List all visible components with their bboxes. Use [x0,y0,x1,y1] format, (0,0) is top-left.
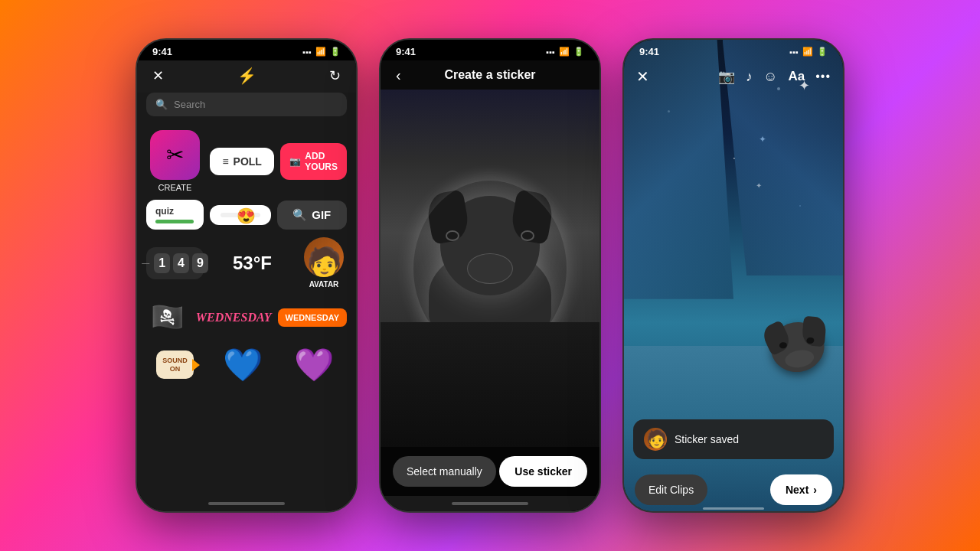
create-sticker[interactable]: ✂ CREATE [146,130,204,192]
sticker-row-3: — 1 4 9 53°F 🧑 AVATAR [146,237,347,289]
music-tool-icon[interactable]: ♪ [746,69,753,85]
create-label: CREATE [158,183,192,192]
sparkle3: ✦ [756,181,762,190]
status-icons-2: ▪▪▪ 📶 🔋 [546,47,584,57]
quiz-sticker[interactable]: quiz [146,200,204,230]
sticker-row-5: SOUNDON 💙 💜 [146,346,347,383]
phone3-controls: ✕ 📷 ♪ ☺ Aa ••• [624,61,843,92]
wifi-icon: 📶 [315,47,326,57]
counter-digit-2: 4 [173,253,189,273]
sticker-grid: ✂ CREATE ≡ POLL 📷 ADD YOURS [137,124,356,496]
wednesday-orange-sticker[interactable]: WEDNESDAY [278,308,348,327]
background: 9:41 ▪▪▪ 📶 🔋 ✕ ⚡ ↻ 🔍 Search [0,0,980,551]
sticker-dog [758,312,837,384]
close-icon[interactable]: ✕ [152,67,164,84]
sticker-saved-notification: 🧑 Sticker saved [633,419,834,459]
soundon-inner: SOUNDON [156,350,194,380]
quiz-bar [155,220,194,223]
dog-area [381,90,599,447]
purple-heart-sticker[interactable]: 💜 [282,346,348,383]
dog-sticker-overlay [758,312,837,384]
dog-eye-left [446,230,459,241]
status-bar-1: 9:41 ▪▪▪ 📶 🔋 [137,40,356,60]
slider-track: 😍 [220,213,260,217]
search-bar[interactable]: 🔍 Search [146,93,347,116]
sticker-row-4: 🏴‍☠️ WEDNESDAY WEDNESDAY [146,296,347,338]
phone1: 9:41 ▪▪▪ 📶 🔋 ✕ ⚡ ↻ 🔍 Search [136,38,358,513]
select-manually-button[interactable]: Select manually [393,456,496,487]
camera-tool-icon[interactable]: 📷 [718,68,735,85]
sticker-row-2: quiz 😍 🔍 GIF [146,200,347,230]
search-placeholder: Search [174,99,205,110]
status-bar-2: 9:41 ▪▪▪ 📶 🔋 [381,40,599,60]
use-sticker-button[interactable]: Use sticker [499,456,587,487]
status-time-3: 9:41 [639,46,659,57]
dog-photo-container [381,90,599,447]
counter-digit-3: 9 [192,253,208,273]
phone3: ✦ ✦ ✦ [622,38,844,513]
blue-heart-sticker[interactable]: 💙 [210,346,276,383]
sticker-tool-icon[interactable]: ☺ [763,69,777,85]
slider-thumb: 😍 [237,207,256,225]
status-bar-3: 9:41 ▪▪▪ 📶 🔋 [624,40,843,60]
sticker-saved-text: Sticker saved [675,433,739,445]
avatar-sticker[interactable]: 🧑 AVATAR [301,237,347,289]
close-button-3[interactable]: ✕ [636,67,649,86]
phone3-footer: Edit Clips Next › [624,467,843,511]
surface [381,322,599,447]
home-bar-2 [452,502,528,505]
search-icon: 🔍 [155,99,168,110]
avatar-label: AVATAR [309,280,339,289]
next-label: Next [786,484,808,496]
gif-search-icon: 🔍 [292,208,307,222]
notification-avatar: 🧑 [644,428,667,451]
wednesday-orange-label: WEDNESDAY [286,313,340,322]
pirate-sticker[interactable]: 🏴‍☠️ [146,296,190,338]
counter-digit-1: 1 [154,253,170,273]
wifi-icon-2: 📶 [559,47,570,57]
dog-snout [467,253,513,284]
pirate-emoji: 🏴‍☠️ [151,302,185,333]
poll-icon: ≡ [222,155,228,168]
status-icons-3: ▪▪▪ 📶 🔋 [789,47,828,57]
battery-icon-3: 🔋 [817,47,828,57]
home-indicator-2 [381,496,599,511]
phone2: 9:41 ▪▪▪ 📶 🔋 ‹ Create a sticker [379,38,601,513]
text-tool-icon[interactable]: Aa [788,69,805,84]
slider-sticker[interactable]: 😍 [210,205,271,225]
addyours-label: ADD YOURS [305,151,338,172]
sparkle2: ✦ [759,134,766,145]
edit-clips-button[interactable]: Edit Clips [635,474,707,505]
tool-icons: 📷 ♪ ☺ Aa ••• [718,68,831,85]
signal-icon: ▪▪▪ [302,47,312,57]
phone2-header: ‹ Create a sticker [381,60,599,90]
home-bar-1 [208,502,285,505]
status-icons-1: ▪▪▪ 📶 🔋 [302,47,341,57]
back-button[interactable]: ‹ [396,67,401,84]
addyours-sticker[interactable]: 📷 ADD YOURS [280,143,347,180]
chevron-right-icon: › [813,484,817,496]
temp-sticker[interactable]: 53°F [210,253,295,274]
dog-eye-right [521,230,534,241]
poll-sticker[interactable]: ≡ POLL [210,148,274,175]
home-bar-3 [703,507,764,510]
phone1-header: ✕ ⚡ ↻ [137,60,356,93]
soundon-arrow [192,359,200,371]
signal-icon-2: ▪▪▪ [546,47,555,57]
battery-icon: 🔋 [330,47,341,57]
poll-label: POLL [234,155,262,168]
wednesday-pink-sticker[interactable]: WEDNESDAY [196,311,272,324]
refresh-icon[interactable]: ↻ [329,67,341,84]
sticker-row-1: ✂ CREATE ≡ POLL 📷 ADD YOURS [146,130,347,192]
status-time-1: 9:41 [152,46,172,57]
more-tool-icon[interactable]: ••• [815,70,831,83]
next-button[interactable]: Next › [770,474,832,505]
gif-sticker[interactable]: 🔍 GIF [277,201,348,230]
wifi-icon-3: 📶 [802,47,813,57]
notif-avatar-emoji: 🧑 [646,429,667,449]
avatar-image: 🧑 [304,237,344,277]
create-sticker-title: Create a sticker [444,68,535,82]
soundon-sticker[interactable]: SOUNDON [146,350,204,380]
counter-sticker[interactable]: — 1 4 9 [146,247,204,279]
create-icon: ✂ [150,130,200,180]
